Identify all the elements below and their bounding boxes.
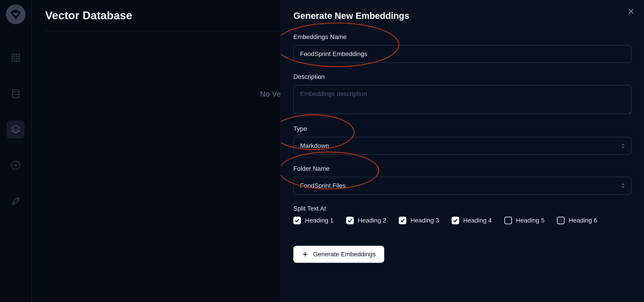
sidebar	[0, 0, 32, 302]
side-panel: Generate New Embeddings Embeddings Name …	[280, 0, 644, 302]
checkbox-box	[293, 217, 301, 224]
nav-database-icon[interactable]	[7, 85, 24, 103]
svg-rect-2	[12, 59, 15, 62]
description-label: Description	[293, 73, 632, 80]
split-text-label: Split Text At	[293, 205, 632, 212]
description-field: Description	[293, 73, 632, 115]
folder-name-select[interactable]: FoodSprint Files	[293, 177, 632, 195]
svg-rect-1	[16, 54, 20, 57]
description-textarea[interactable]	[293, 85, 632, 114]
checkbox-label: Heading 1	[305, 217, 334, 224]
checkbox-label: Heading 5	[516, 217, 545, 224]
svg-marker-5	[12, 125, 20, 130]
app-logo	[6, 5, 26, 24]
generate-embeddings-label: Generate Embeddings	[313, 251, 376, 258]
split-text-field: Split Text At Heading 1Heading 2Heading …	[293, 205, 632, 224]
checkbox-box	[346, 217, 354, 224]
checkbox-heading-6[interactable]: Heading 6	[557, 217, 597, 224]
svg-rect-3	[16, 59, 20, 62]
embeddings-name-input[interactable]	[293, 45, 632, 63]
svg-rect-0	[12, 54, 15, 57]
generate-embeddings-button[interactable]: Generate Embeddings	[293, 246, 384, 263]
embeddings-name-field: Embeddings Name	[293, 33, 632, 63]
close-icon	[628, 8, 634, 15]
checkbox-label: Heading 3	[410, 217, 439, 224]
nav-layers-icon[interactable]	[7, 121, 24, 138]
checkbox-heading-4[interactable]: Heading 4	[452, 217, 492, 224]
checkbox-label: Heading 4	[463, 217, 492, 224]
checkbox-heading-1[interactable]: Heading 1	[293, 217, 334, 224]
type-label: Type	[293, 125, 632, 132]
type-select[interactable]: Markdown	[293, 137, 632, 155]
nav-chat-add-icon[interactable]	[7, 156, 24, 174]
checkbox-box	[399, 217, 406, 224]
nav-launch-icon[interactable]	[7, 192, 24, 210]
checkbox-label: Heading 2	[358, 217, 386, 224]
split-checkbox-row: Heading 1Heading 2Heading 3Heading 4Head…	[293, 217, 632, 224]
svg-point-4	[12, 90, 19, 92]
folder-name-field: Folder Name FoodSprint Files	[293, 165, 632, 195]
nav-dashboard-icon[interactable]	[7, 49, 24, 67]
type-field: Type Markdown	[293, 125, 632, 155]
checkbox-box	[504, 217, 512, 224]
checkbox-heading-3[interactable]: Heading 3	[399, 217, 439, 224]
folder-name-label: Folder Name	[293, 165, 632, 172]
panel-title: Generate New Embeddings	[293, 11, 632, 21]
close-panel-button[interactable]	[626, 6, 636, 16]
plus-icon	[302, 251, 308, 258]
checkbox-label: Heading 6	[568, 217, 597, 224]
checkbox-heading-5[interactable]: Heading 5	[504, 217, 545, 224]
checkbox-heading-2[interactable]: Heading 2	[346, 217, 386, 224]
checkbox-box	[557, 217, 564, 224]
embeddings-name-label: Embeddings Name	[293, 33, 632, 41]
checkbox-box	[452, 217, 459, 224]
